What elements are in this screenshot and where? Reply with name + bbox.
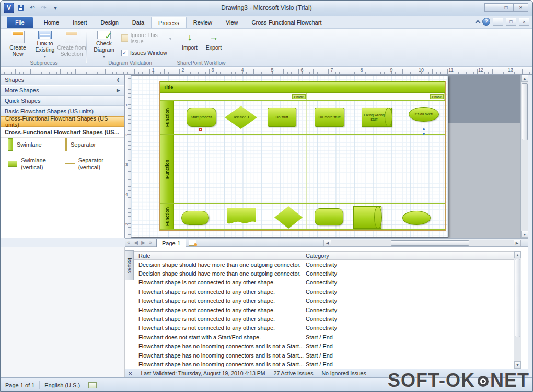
column-separator[interactable] bbox=[303, 251, 303, 369]
flowchart-shape-its-all-over[interactable]: It's all over! bbox=[409, 107, 439, 122]
issue-rule-cell[interactable]: Flowchart shape has no incoming connecto… bbox=[134, 361, 304, 367]
page-tab[interactable]: Page-1 bbox=[156, 239, 186, 247]
phase-cell[interactable]: Phase bbox=[160, 93, 307, 100]
tab-insert[interactable]: Insert bbox=[66, 17, 94, 28]
issue-rule-cell[interactable]: Flowchart does not start with a Start/En… bbox=[134, 334, 304, 340]
stencil-basic-flowchart[interactable]: Basic Flowchart Shapes (US units) bbox=[1, 106, 124, 116]
issue-category-cell[interactable]: Connectivity bbox=[304, 289, 352, 295]
issue-category-cell[interactable]: Connectivity bbox=[304, 325, 352, 331]
stencil-shape-swimlane-vertical[interactable]: Swimlane (vertical) bbox=[8, 157, 60, 170]
issue-row[interactable]: Decision shape should have more than one… bbox=[134, 269, 521, 278]
issue-row[interactable]: Flowchart shape is not connected to any … bbox=[134, 287, 521, 296]
flowchart-shape-document[interactable] bbox=[227, 208, 256, 225]
canvas-horizontal-scrollbar[interactable]: ◀ ▶ bbox=[323, 240, 521, 246]
issue-category-cell[interactable]: Connectivity bbox=[304, 262, 352, 268]
column-header-category[interactable]: Category bbox=[304, 253, 352, 259]
column-header-rule[interactable]: Rule bbox=[134, 253, 304, 259]
collapse-panel-icon[interactable]: ❮ bbox=[116, 77, 120, 82]
issues-vertical-scrollbar[interactable]: ▲ ▼ bbox=[514, 251, 521, 369]
issue-row[interactable]: Flowchart shape is not connected to any … bbox=[134, 296, 521, 305]
scrollbar-thumb[interactable] bbox=[515, 259, 520, 337]
issue-rule-cell[interactable]: Flowchart shape is not connected to any … bbox=[134, 316, 304, 322]
flowchart-shape-pill[interactable] bbox=[181, 211, 209, 225]
ignore-this-issue-button[interactable]: Ignore This Issue bbox=[120, 33, 173, 43]
issue-rule-cell[interactable]: Flowchart shape is not connected to any … bbox=[134, 307, 304, 313]
swimlane-3[interactable]: Function bbox=[160, 204, 445, 230]
minimize-ribbon-icon[interactable] bbox=[476, 20, 481, 25]
issue-rule-cell[interactable]: Flowchart shape is not connected to any … bbox=[134, 279, 304, 286]
issue-rule-cell[interactable]: Decision shape should have more than one… bbox=[134, 270, 304, 277]
stencil-shape-separator[interactable]: Separator bbox=[65, 138, 96, 151]
column-separator[interactable] bbox=[352, 251, 352, 369]
canvas-vertical-scrollbar[interactable]: ▲ ▼ bbox=[520, 75, 528, 238]
issue-row[interactable]: Flowchart does not start with a Start/En… bbox=[134, 332, 521, 341]
issue-rule-cell[interactable]: Flowchart shape is not connected to any … bbox=[134, 289, 304, 295]
macro-status-icon[interactable] bbox=[88, 382, 97, 388]
prev-page-button[interactable]: ◀ bbox=[132, 240, 140, 245]
phase-cell[interactable]: Phase bbox=[307, 93, 445, 100]
flowchart-shape-decision-1[interactable]: Decision 1 bbox=[225, 106, 257, 129]
issue-row[interactable]: Flowchart shape is not connected to any … bbox=[134, 278, 521, 287]
issue-row[interactable]: Flowchart shape is not connected to any … bbox=[134, 324, 521, 332]
issue-rule-cell[interactable]: Decision shape should have more than one… bbox=[134, 262, 304, 268]
flowchart-shape-start-process[interactable]: Start process bbox=[187, 108, 216, 127]
tab-design[interactable]: Design bbox=[94, 17, 125, 28]
scroll-down-icon[interactable]: ▼ bbox=[521, 231, 528, 238]
stencil-shape-separator-vertical[interactable]: Separator (vertical) bbox=[65, 157, 118, 170]
issue-category-cell[interactable]: Start / End bbox=[304, 361, 352, 367]
shapes-panel-header[interactable]: Shapes ❮ bbox=[1, 75, 124, 85]
issue-rule-cell[interactable]: Flowchart shape is not connected to any … bbox=[134, 325, 304, 331]
flowchart-shape-fixing-wrong-stuff[interactable]: Fixing wrong stuff bbox=[362, 108, 392, 127]
doc-restore-button[interactable]: □ bbox=[506, 18, 516, 26]
tab-data[interactable]: Data bbox=[125, 17, 151, 28]
scroll-up-icon[interactable]: ▲ bbox=[521, 75, 528, 82]
tab-home[interactable]: Home bbox=[37, 17, 66, 28]
issue-category-cell[interactable]: Connectivity bbox=[304, 307, 352, 313]
last-page-button[interactable]: » bbox=[147, 240, 154, 245]
scrollbar-thumb[interactable] bbox=[522, 83, 528, 140]
create-new-button[interactable]: Create New bbox=[5, 30, 31, 59]
cross-functional-frame[interactable]: Title Phase Phase Function Start process bbox=[160, 81, 445, 230]
issue-category-cell[interactable]: Start / End bbox=[304, 343, 352, 349]
help-button[interactable]: ? bbox=[482, 18, 490, 26]
issues-window-checkbox[interactable] bbox=[121, 50, 128, 56]
tab-review[interactable]: Review bbox=[187, 17, 219, 28]
swimlane-3-header[interactable]: Function bbox=[160, 204, 174, 229]
doc-minimize-button[interactable]: – bbox=[493, 18, 503, 26]
issues-side-tab[interactable]: Issues bbox=[125, 250, 134, 280]
swimlane-1-header[interactable]: Function bbox=[160, 101, 174, 134]
issues-window-toggle[interactable]: Issues Window bbox=[120, 47, 169, 58]
issue-row[interactable]: Decision shape should have more than one… bbox=[134, 260, 521, 269]
issue-category-cell[interactable]: Connectivity bbox=[304, 279, 352, 286]
issue-rule-cell[interactable]: Flowchart shape has no incoming connecto… bbox=[134, 343, 304, 349]
quick-shapes-item[interactable]: Quick Shapes bbox=[1, 96, 124, 106]
scroll-right-icon[interactable]: ▶ bbox=[514, 240, 520, 246]
swimlane-2-header[interactable]: Function bbox=[160, 135, 174, 203]
phase-row[interactable]: Phase Phase bbox=[160, 93, 445, 101]
scroll-down-icon[interactable]: ▼ bbox=[514, 361, 521, 369]
scroll-left-icon[interactable]: ◀ bbox=[324, 240, 331, 246]
doc-close-button[interactable]: × bbox=[519, 18, 529, 26]
close-issues-icon[interactable]: ✕ bbox=[128, 371, 132, 376]
page-indicator[interactable]: Page 1 of 1 bbox=[1, 378, 39, 392]
scrollbar-thumb[interactable] bbox=[391, 240, 469, 246]
language-indicator[interactable]: English (U.S.) bbox=[40, 378, 85, 392]
issue-category-cell[interactable]: Connectivity bbox=[304, 270, 352, 277]
flowchart-shape-rounded[interactable] bbox=[315, 208, 343, 225]
restore-button[interactable]: □ bbox=[499, 3, 514, 12]
tab-file[interactable]: File bbox=[7, 17, 33, 28]
issue-row[interactable]: Flowchart shape is not connected to any … bbox=[134, 314, 521, 323]
check-diagram-button[interactable]: Check Diagram bbox=[90, 30, 118, 59]
flowchart-shape-cylinder[interactable] bbox=[353, 206, 381, 229]
issue-category-cell[interactable]: Connectivity bbox=[304, 298, 352, 304]
close-button[interactable]: × bbox=[514, 3, 528, 12]
insert-page-button[interactable] bbox=[189, 240, 196, 246]
issue-category-cell[interactable]: Start / End bbox=[304, 352, 352, 359]
drawing-canvas[interactable]: Title Phase Phase Function Start process bbox=[131, 75, 520, 238]
tab-process[interactable]: Process bbox=[151, 17, 187, 28]
flowchart-shape-diamond[interactable] bbox=[274, 206, 303, 229]
tab-view[interactable]: View bbox=[219, 17, 245, 28]
flowchart-shape-do-stuff[interactable]: Do stuff bbox=[268, 108, 296, 127]
swimlane-1[interactable]: Function Start process Decision 1 Do stu… bbox=[160, 101, 445, 135]
flowchart-shape-do-more-stuff[interactable]: Do more stuff bbox=[315, 108, 344, 127]
